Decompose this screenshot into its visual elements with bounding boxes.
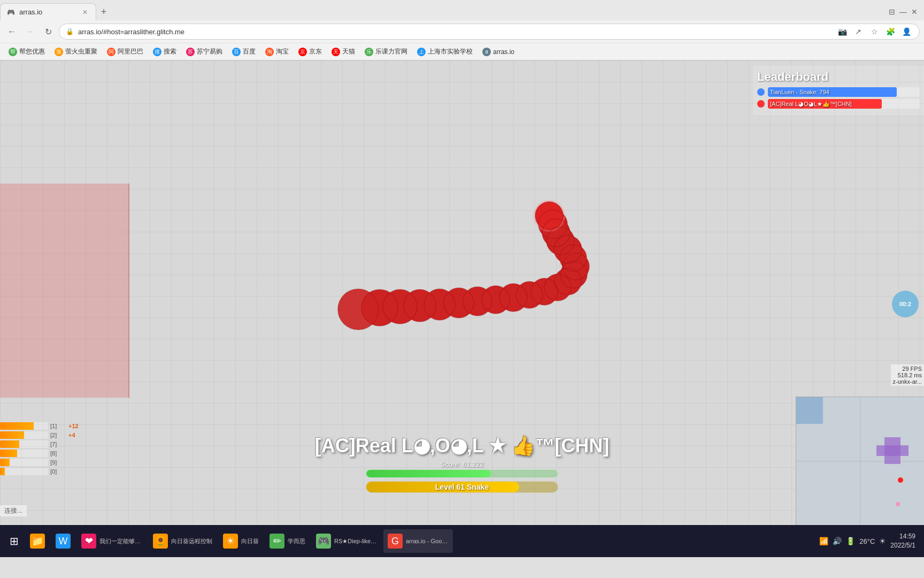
bookmark-label-7: 京东 bbox=[309, 47, 322, 56]
taskbar-app-file-manager[interactable]: 📁 bbox=[26, 529, 49, 553]
forward-button[interactable]: → bbox=[22, 24, 37, 39]
taskbar-app-2[interactable]: ❤ 我们一定能够打... bbox=[77, 529, 147, 553]
share-icon[interactable]: ↗ bbox=[852, 25, 865, 38]
tab-controls: ⊟ — ✕ bbox=[889, 7, 924, 16]
kill-entry-4: [9] bbox=[0, 459, 107, 466]
minimap-svg bbox=[796, 397, 924, 525]
lb-bar-text-2: [AC]Real L◕O◕L★👍™[CHN] bbox=[770, 99, 852, 109]
kill-entry-2: [7] bbox=[0, 440, 107, 448]
minimize-icon[interactable]: — bbox=[899, 7, 907, 16]
bookmark-7[interactable]: 京京东 bbox=[294, 46, 326, 57]
browser-tab[interactable]: 🎮 arras.io ✕ bbox=[0, 3, 96, 20]
leaderboard-entry-2: [AC]Real L◕O◕L★👍™[CHN] bbox=[757, 99, 920, 109]
screenshot-icon[interactable]: 📷 bbox=[836, 25, 849, 38]
kill-bar-fill-0 bbox=[0, 422, 34, 430]
bookmark-6[interactable]: 淘淘宝 bbox=[261, 46, 293, 57]
bookmark-icon-7: 京 bbox=[298, 48, 307, 56]
app4-icon: ☀ bbox=[223, 534, 238, 549]
taskbar-right: 📶 🔊 🔋 26°C ☀ 14:59 2022/5/1 bbox=[819, 532, 920, 550]
address-bar[interactable]: 🔒 arras.io/#host=arraslither.glitch.me 📷… bbox=[59, 24, 920, 40]
kill-bar-5 bbox=[0, 468, 48, 475]
bookmark-8[interactable]: 天天猫 bbox=[327, 46, 359, 57]
kill-entry-5: [0] bbox=[0, 468, 107, 475]
score-label: Score: 61,222 bbox=[366, 460, 558, 468]
kill-rank-1: [2] bbox=[50, 432, 66, 438]
bookmark-4[interactable]: 苏苏宁易购 bbox=[182, 46, 227, 57]
score-bar bbox=[366, 469, 558, 478]
bookmark-icon-1: 萤 bbox=[55, 48, 63, 56]
app3-label: 向日葵远程控制 bbox=[171, 537, 212, 545]
tab-title: arras.io bbox=[19, 8, 42, 16]
kill-bar-fill-5 bbox=[0, 468, 5, 475]
level-bar: Level 61 Snake bbox=[366, 481, 558, 493]
new-tab-button[interactable]: + bbox=[96, 4, 111, 19]
refresh-button[interactable]: ↻ bbox=[41, 24, 56, 39]
kill-entry-1: [2] +4 bbox=[0, 431, 107, 439]
kill-rank-5: [0] bbox=[50, 468, 66, 475]
bookmark-icon-10: 上 bbox=[417, 48, 426, 56]
kill-rank-0: [1] bbox=[50, 423, 66, 429]
timer-circle: 00:2 bbox=[892, 291, 919, 317]
taskbar-time-value: 14:59 bbox=[890, 532, 915, 541]
kill-log: [1] +12 [2] +4 [7] [8] [9] bbox=[0, 422, 107, 477]
file-manager-icon: 📁 bbox=[30, 534, 45, 549]
bookmark-icon-4: 苏 bbox=[186, 48, 195, 56]
bookmark-icon-8: 天 bbox=[332, 48, 340, 56]
bookmarks-bar: 帮帮您优惠萤萤火虫重聚阿阿里巴巴搜搜索苏苏宁易购百百度淘淘宝京京东天天猫乐乐课力… bbox=[0, 43, 924, 60]
kill-score-0: +12 bbox=[68, 423, 79, 429]
bookmark-label-11: arras.io bbox=[493, 48, 514, 56]
kill-entry-3: [8] bbox=[0, 450, 107, 457]
taskbar-weather: 26°C bbox=[859, 537, 875, 545]
taskbar-app-1[interactable]: W bbox=[51, 529, 75, 553]
back-button[interactable]: ← bbox=[4, 24, 19, 39]
fps-stat: 29 FPS bbox=[893, 366, 922, 372]
lb-bar-2: [AC]Real L◕O◕L★👍™[CHN] bbox=[768, 99, 920, 109]
extension-icon[interactable]: 🧩 bbox=[884, 25, 897, 38]
taskbar-app-4[interactable]: ☀ 向日葵 bbox=[219, 529, 263, 553]
taskbar-weather-icon: ☀ bbox=[879, 537, 886, 545]
kill-entry-0: [1] +12 bbox=[0, 422, 107, 430]
taskbar-time[interactable]: 14:59 2022/5/1 bbox=[890, 532, 915, 550]
taskbar-app-3[interactable]: 🌻 向日葵远程控制 bbox=[149, 529, 217, 553]
start-button[interactable]: ⊞ bbox=[4, 531, 24, 551]
app6-label: RS★Diep-like G... bbox=[334, 538, 377, 545]
leaderboard-entry-1: TianLuen - Snake: 794 bbox=[757, 87, 920, 97]
taskbar-app-7[interactable]: G arras.io - Googl... bbox=[383, 529, 453, 553]
close-window-icon[interactable]: ✕ bbox=[911, 7, 918, 16]
bookmark-1[interactable]: 萤萤火虫重聚 bbox=[50, 46, 102, 57]
score-bar-container: Score: 61,222 bbox=[366, 460, 558, 478]
bookmark-label-1: 萤火虫重聚 bbox=[65, 47, 97, 56]
svg-rect-48 bbox=[796, 397, 823, 424]
tab-close-button[interactable]: ✕ bbox=[81, 8, 89, 17]
kill-bar-0 bbox=[0, 422, 48, 430]
bookmark-3[interactable]: 搜搜索 bbox=[149, 46, 181, 57]
kill-bar-fill-3 bbox=[0, 450, 17, 457]
kill-rank-4: [9] bbox=[50, 459, 66, 466]
taskbar-volume-icon[interactable]: 🔊 bbox=[833, 537, 842, 545]
taskbar-app-5[interactable]: ✏ 学而思 bbox=[265, 529, 310, 553]
extra-stat: z-unkx-ar... bbox=[893, 378, 922, 385]
tab-menu-icon[interactable]: ⊟ bbox=[889, 7, 895, 16]
taskbar-app-6[interactable]: 🎮 RS★Diep-like G... bbox=[312, 529, 381, 553]
bookmark-5[interactable]: 百百度 bbox=[228, 46, 260, 57]
profile-icon[interactable]: 👤 bbox=[900, 25, 913, 38]
score-bar-fill bbox=[366, 470, 491, 477]
app7-icon: G bbox=[388, 534, 403, 549]
bookmark-0[interactable]: 帮帮您优惠 bbox=[4, 46, 49, 57]
bookmark-2[interactable]: 阿阿里巴巴 bbox=[103, 46, 148, 57]
app4-label: 向日葵 bbox=[241, 537, 259, 545]
bookmark-11[interactable]: aarras.io bbox=[478, 47, 519, 57]
app2-label: 我们一定能够打... bbox=[99, 537, 142, 545]
bookmark-10[interactable]: 上上海市实验学校 bbox=[413, 46, 477, 57]
bookmark-icon-3: 搜 bbox=[153, 48, 161, 56]
app1-icon: W bbox=[56, 534, 71, 549]
taskbar: ⊞ 📁 W ❤ 我们一定能够打... 🌻 向日葵远程控制 ☀ 向日葵 ✏ 学而思… bbox=[0, 525, 924, 557]
player-name: [AC]Real L◕,O◕,L ★ 👍™[CHN] bbox=[315, 435, 609, 457]
app7-label: arras.io - Googl... bbox=[406, 538, 449, 544]
address-bar-row: ← → ↻ 🔒 arras.io/#host=arraslither.glitc… bbox=[0, 20, 924, 43]
bookmark-icon[interactable]: ☆ bbox=[868, 25, 881, 38]
app5-icon: ✏ bbox=[270, 534, 284, 549]
bookmark-label-5: 百度 bbox=[243, 47, 256, 56]
bookmark-9[interactable]: 乐乐课力官网 bbox=[360, 46, 412, 57]
taskbar-battery-icon: 🔋 bbox=[846, 537, 855, 545]
